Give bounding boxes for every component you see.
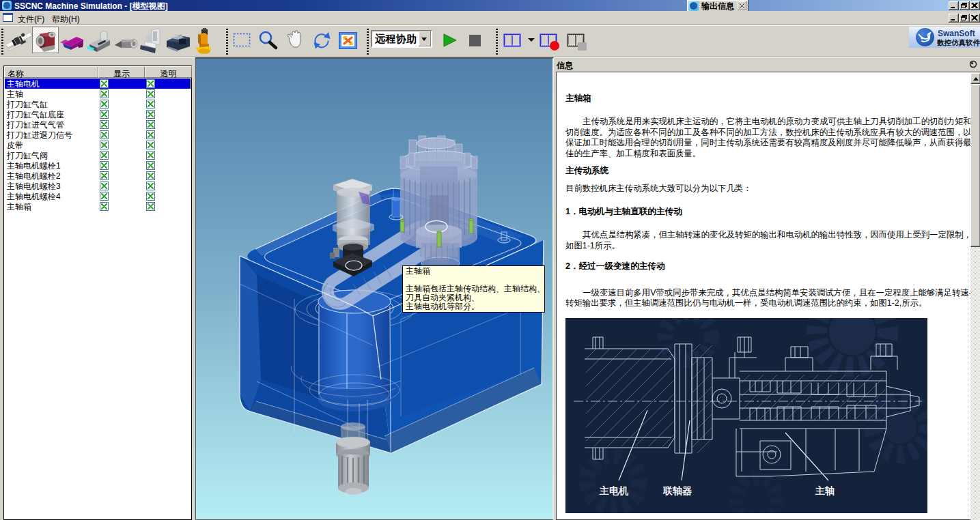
svg-text:主电机: 主电机 [599,485,629,496]
svg-text:主轴: 主轴 [815,485,835,496]
svg-text:联轴器: 联轴器 [662,485,692,496]
